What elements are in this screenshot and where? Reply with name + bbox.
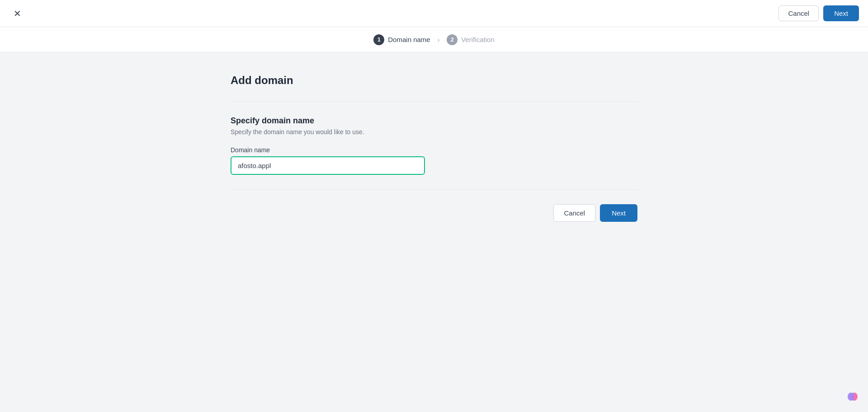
svg-point-3 <box>851 393 854 401</box>
bottom-next-button[interactable]: Next <box>600 204 637 222</box>
section-description: Specify the domain name you would like t… <box>231 128 637 136</box>
step-2-label: Verification <box>461 36 494 43</box>
bottom-cancel-button[interactable]: Cancel <box>553 204 595 222</box>
step-1: 1 Domain name <box>373 34 430 45</box>
main-content: Add domain Specify domain name Specify t… <box>0 52 868 243</box>
page-title: Add domain <box>231 74 637 87</box>
top-bar: ✕ Cancel Next <box>0 0 868 27</box>
domain-input-wrapper <box>231 156 425 175</box>
domain-name-input[interactable] <box>231 156 425 175</box>
domain-name-label: Domain name <box>231 146 637 154</box>
top-cancel-button[interactable]: Cancel <box>778 5 819 21</box>
section-bottom-divider <box>231 189 637 190</box>
step-1-label: Domain name <box>388 36 430 43</box>
section-heading: Specify domain name <box>231 116 637 126</box>
step-2: 2 Verification <box>447 34 494 45</box>
step-1-number: 1 <box>373 34 384 45</box>
stepper-bar: 1 Domain name › 2 Verification <box>0 27 868 52</box>
top-bar-actions: Cancel Next <box>778 5 859 21</box>
domain-name-field: Domain name <box>231 146 637 175</box>
step-2-number: 2 <box>447 34 458 45</box>
close-button[interactable]: ✕ <box>9 5 25 22</box>
brain-icon <box>844 389 861 405</box>
bottom-actions: Cancel Next <box>231 204 637 222</box>
section-top-divider <box>231 101 637 102</box>
form-container: Add domain Specify domain name Specify t… <box>231 74 637 222</box>
close-icon: ✕ <box>14 8 21 19</box>
top-next-button[interactable]: Next <box>823 5 859 21</box>
step-chevron-icon: › <box>438 36 440 43</box>
